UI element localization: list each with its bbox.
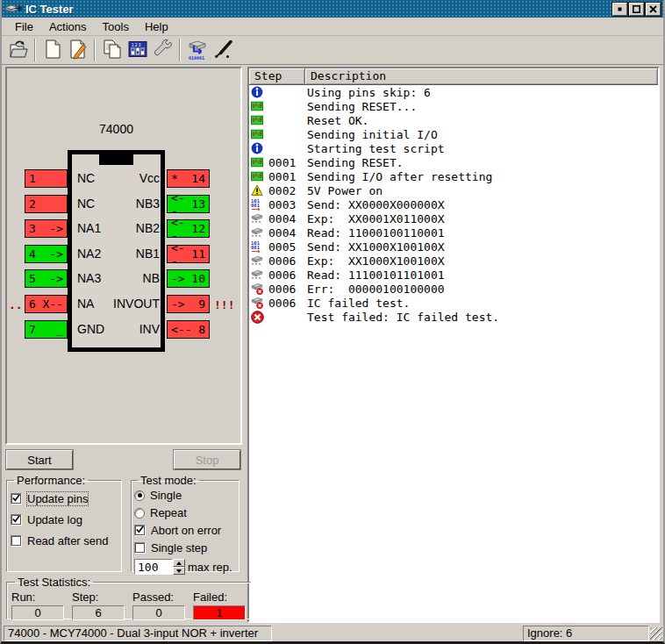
checkbox-box[interactable]	[11, 514, 22, 526]
menu-help[interactable]: Help	[137, 19, 176, 34]
checkbox-read-after-send[interactable]: Read after send	[11, 534, 118, 547]
pin-13[interactable]: <--13	[167, 195, 210, 213]
log-column-step[interactable]: Step	[249, 68, 305, 84]
menu-actions[interactable]: Actions	[41, 19, 95, 34]
read-icon	[251, 254, 265, 267]
log-row[interactable]: 0001Sending RESET.	[249, 155, 658, 169]
pin-label-nc: NC	[77, 195, 95, 213]
pin-9[interactable]: ->9	[167, 295, 210, 313]
open-icon	[8, 39, 29, 62]
wrench-icon	[153, 39, 174, 62]
stat-value: 0	[132, 605, 185, 620]
svg-text:001: 001	[251, 245, 261, 250]
copy-button[interactable]	[99, 38, 125, 63]
pin-4[interactable]: 4->	[25, 245, 68, 263]
log-description: Send: XX0000X000000X	[305, 198, 445, 211]
titlebar[interactable]: IC Tester	[2, 0, 663, 18]
minimize-icon	[616, 3, 624, 16]
pin-11[interactable]: <--11	[167, 245, 210, 263]
checkbox-label: Single step	[151, 541, 207, 555]
probe-icon	[212, 39, 233, 62]
pin-10[interactable]: ->10	[167, 269, 210, 288]
log-row[interactable]: Starting test script	[249, 141, 658, 155]
pin-5[interactable]: 5->	[25, 269, 68, 288]
log-description: Err: 00000100100000	[305, 283, 445, 296]
new-file-button[interactable]	[39, 38, 65, 63]
checkbox-box[interactable]	[11, 493, 22, 504]
start-button[interactable]: Start	[6, 450, 73, 469]
log-row[interactable]: 1010010003Send: XX0000X000000X	[249, 197, 658, 211]
toolbar: 1 2 3010001	[2, 36, 663, 65]
log-header: Step Description	[249, 68, 658, 85]
stat-passed: Passed:0	[132, 590, 185, 620]
edit-icon	[68, 39, 89, 62]
pin-14[interactable]: *14	[167, 169, 210, 188]
log-row[interactable]: Sending initial I/O	[249, 127, 658, 141]
log-step: 0005	[265, 240, 305, 254]
close-button[interactable]	[646, 3, 661, 16]
test-mode-group: Test mode: SingleRepeatAbort on errorSin…	[131, 474, 240, 572]
pin-1[interactable]: 1	[25, 169, 68, 188]
ic-tester-window: IC Tester FileActionsToolsHelp 1 2 30100…	[0, 0, 665, 644]
check-icon	[11, 513, 21, 526]
menu-tools[interactable]: Tools	[95, 19, 137, 34]
open-button[interactable]	[5, 38, 31, 63]
pin-8[interactable]: <--8	[167, 320, 210, 339]
pin-7[interactable]: 7_	[25, 320, 68, 339]
run-test-button[interactable]: 010001	[184, 38, 210, 63]
resize-grip-icon[interactable]	[650, 627, 662, 640]
log-row[interactable]: Using pins skip: 6	[249, 85, 658, 99]
pin-number: 12	[191, 222, 205, 235]
radio-circle[interactable]	[134, 490, 145, 501]
read-icon	[251, 226, 265, 239]
log-row[interactable]: 0006Read: 11100101101001	[249, 268, 658, 282]
checkbox-box[interactable]	[11, 535, 22, 547]
stop-button[interactable]: Stop	[174, 450, 240, 469]
run-test-icon: 010001	[187, 39, 208, 62]
log-row[interactable]: 0004Exp: XX0001X011000X	[249, 211, 658, 225]
log-row[interactable]: Reset OK.	[249, 113, 658, 127]
pin-6[interactable]: 6X--	[25, 295, 68, 313]
log-row[interactable]: 0006IC failed test.	[249, 296, 658, 310]
dip-switches-button[interactable]: 1 2 3	[125, 38, 150, 63]
radio-circle[interactable]	[134, 508, 145, 519]
log-column-description[interactable]: Description	[305, 68, 658, 84]
log-row[interactable]: 0001Sending I/O after resetting	[249, 169, 658, 183]
menu-file[interactable]: File	[7, 19, 41, 34]
log-panel: Step Description Using pins skip: 6Sendi…	[247, 67, 660, 623]
checkbox-abort-on-error[interactable]: Abort on error	[134, 524, 236, 537]
wrench-button[interactable]	[150, 38, 175, 63]
radio-label: Single	[150, 489, 182, 502]
pin-direction: <--	[171, 241, 191, 268]
radio-repeat[interactable]: Repeat	[134, 506, 236, 519]
log-row[interactable]: 00025V Power on	[249, 183, 658, 197]
maximize-button[interactable]	[629, 3, 644, 16]
log-row[interactable]: 0006Exp: XX1000X100100X	[249, 254, 658, 268]
pin-12[interactable]: <--12	[167, 219, 210, 238]
log-row[interactable]: 0004Read: 11000100110001	[249, 225, 658, 240]
radio-single[interactable]: Single	[134, 489, 236, 502]
pin-2[interactable]: 2	[25, 195, 68, 213]
checkbox-single-step[interactable]: Single step	[134, 541, 236, 555]
checkbox-box[interactable]	[134, 525, 146, 536]
pin-direction: ->	[171, 272, 185, 285]
max-rep-input[interactable]	[134, 559, 173, 575]
stat-label: Step:	[72, 590, 125, 604]
checkbox-box[interactable]	[134, 542, 146, 554]
checkbox-update-log[interactable]: Update log	[11, 513, 118, 526]
spin-up-button[interactable]	[173, 559, 185, 567]
log-row[interactable]: Test failed: IC failed test.	[249, 310, 658, 324]
triangle-up-icon	[176, 562, 182, 565]
log-row[interactable]: Sending RESET...	[249, 99, 658, 113]
spin-down-button[interactable]	[173, 567, 185, 575]
checkbox-update-pins[interactable]: Update pins	[11, 492, 118, 505]
log-row[interactable]: 1010010005Send: XX1000X100100X	[249, 240, 658, 254]
check-icon	[11, 492, 21, 505]
log-row[interactable]: 0006Err: 00000100100000	[249, 282, 658, 296]
probe-button[interactable]	[210, 38, 235, 63]
edit-button[interactable]	[65, 38, 90, 63]
pin-label-na1: NA1	[77, 219, 101, 238]
pin-3[interactable]: 3->	[25, 219, 68, 238]
minimize-button[interactable]	[612, 3, 627, 16]
reset-icon	[251, 128, 265, 140]
